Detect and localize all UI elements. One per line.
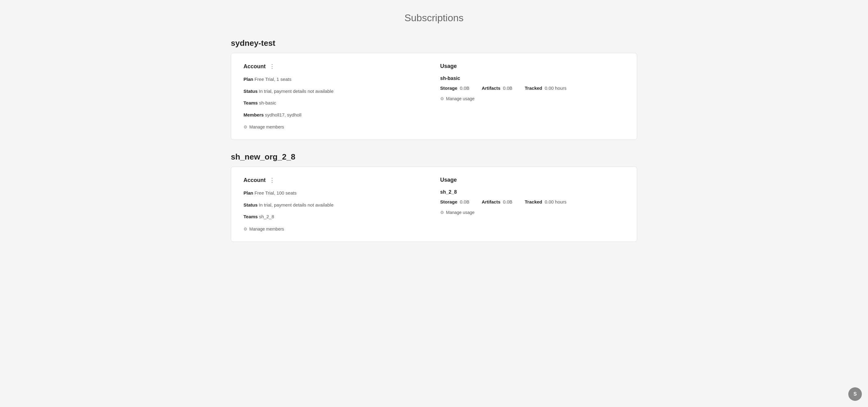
- storage-label: Storage: [440, 86, 457, 91]
- manage-usage-link[interactable]: ⚙Manage usage: [440, 210, 475, 215]
- avatar[interactable]: S: [848, 387, 862, 401]
- account-header: Account⋮: [244, 63, 428, 70]
- usage-team-name: sh_2_8: [440, 189, 624, 195]
- orgs-container: sydney-testAccount⋮PlanFree Trial, 1 sea…: [231, 38, 637, 242]
- manage-members-link[interactable]: ⚙Manage members: [244, 227, 284, 232]
- org-name: sydney-test: [231, 38, 637, 48]
- plan-row: PlanFree Trial, 1 seats: [244, 76, 428, 83]
- teams-row: Teamssh-basic: [244, 100, 428, 107]
- usage-section: Usagesh_2_8 Storage 0.0B Artifacts 0.0B …: [440, 177, 624, 232]
- artifacts-label: Artifacts: [482, 86, 500, 91]
- org-section-0: sydney-testAccount⋮PlanFree Trial, 1 sea…: [231, 38, 637, 140]
- usage-team-name: sh-basic: [440, 76, 624, 81]
- storage-stat: Storage 0.0B: [440, 199, 469, 204]
- teams-label: Teams: [244, 214, 258, 219]
- manage-members-label: Manage members: [249, 227, 284, 232]
- storage-value: 0.0B: [460, 86, 469, 91]
- gear-icon: ⚙: [440, 210, 444, 215]
- members-value: sydholl17, sydholl: [265, 112, 301, 117]
- status-row: StatusIn trial, payment details not avai…: [244, 202, 428, 209]
- usage-title: Usage: [440, 177, 457, 183]
- manage-usage-label: Manage usage: [446, 96, 475, 101]
- artifacts-label: Artifacts: [482, 199, 500, 204]
- teams-value: sh-basic: [259, 100, 276, 105]
- storage-stat: Storage 0.0B: [440, 86, 469, 91]
- manage-usage-label: Manage usage: [446, 210, 475, 215]
- manage-usage-link[interactable]: ⚙Manage usage: [440, 96, 475, 101]
- more-options-icon[interactable]: ⋮: [268, 63, 276, 70]
- gear-icon: ⚙: [244, 125, 247, 129]
- artifacts-stat: Artifacts 0.0B: [482, 86, 513, 91]
- tracked-value: 0.00 hours: [545, 199, 567, 204]
- tracked-stat: Tracked 0.00 hours: [525, 86, 567, 91]
- usage-header: Usage: [440, 63, 624, 69]
- plan-value: Free Trial, 1 seats: [254, 76, 291, 82]
- account-title: Account: [244, 63, 266, 70]
- tracked-stat: Tracked 0.00 hours: [525, 199, 567, 204]
- plan-label: Plan: [244, 190, 253, 196]
- status-value: In trial, payment details not available: [259, 89, 334, 94]
- subscription-card: Account⋮PlanFree Trial, 100 seatsStatusI…: [231, 167, 637, 242]
- gear-icon: ⚙: [244, 227, 247, 232]
- page-title: Subscriptions: [231, 12, 637, 24]
- artifacts-value: 0.0B: [503, 86, 513, 91]
- storage-label: Storage: [440, 199, 457, 204]
- subscription-card: Account⋮PlanFree Trial, 1 seatsStatusIn …: [231, 53, 637, 140]
- artifacts-stat: Artifacts 0.0B: [482, 199, 513, 204]
- usage-section: Usagesh-basic Storage 0.0B Artifacts 0.0…: [440, 63, 624, 130]
- more-options-icon[interactable]: ⋮: [268, 177, 276, 183]
- account-section: Account⋮PlanFree Trial, 1 seatsStatusIn …: [244, 63, 428, 130]
- tracked-value: 0.00 hours: [545, 86, 567, 91]
- status-row: StatusIn trial, payment details not avai…: [244, 88, 428, 95]
- account-section: Account⋮PlanFree Trial, 100 seatsStatusI…: [244, 177, 428, 232]
- members-row: Memberssydholl17, sydholl: [244, 111, 428, 118]
- teams-label: Teams: [244, 100, 258, 105]
- tracked-label: Tracked: [525, 199, 542, 204]
- members-label: Members: [244, 112, 264, 117]
- usage-header: Usage: [440, 177, 624, 183]
- org-name: sh_new_org_2_8: [231, 152, 637, 162]
- account-header: Account⋮: [244, 177, 428, 183]
- plan-value: Free Trial, 100 seats: [254, 190, 297, 196]
- plan-label: Plan: [244, 76, 253, 82]
- account-title: Account: [244, 177, 266, 183]
- manage-members-link[interactable]: ⚙Manage members: [244, 125, 284, 129]
- org-section-1: sh_new_org_2_8Account⋮PlanFree Trial, 10…: [231, 152, 637, 242]
- gear-icon: ⚙: [440, 96, 444, 101]
- tracked-label: Tracked: [525, 86, 542, 91]
- usage-title: Usage: [440, 63, 457, 69]
- usage-stats: Storage 0.0B Artifacts 0.0B Tracked 0.00…: [440, 199, 624, 204]
- artifacts-value: 0.0B: [503, 199, 513, 204]
- storage-value: 0.0B: [460, 199, 469, 204]
- status-value: In trial, payment details not available: [259, 202, 334, 207]
- teams-row: Teamssh_2_8: [244, 213, 428, 221]
- avatar-initials: S: [854, 391, 857, 397]
- status-label: Status: [244, 89, 258, 94]
- usage-stats: Storage 0.0B Artifacts 0.0B Tracked 0.00…: [440, 86, 624, 91]
- teams-value: sh_2_8: [259, 214, 274, 219]
- plan-row: PlanFree Trial, 100 seats: [244, 190, 428, 197]
- manage-members-label: Manage members: [249, 125, 284, 129]
- page-container: Subscriptions sydney-testAccount⋮PlanFre…: [212, 0, 656, 267]
- status-label: Status: [244, 202, 258, 207]
